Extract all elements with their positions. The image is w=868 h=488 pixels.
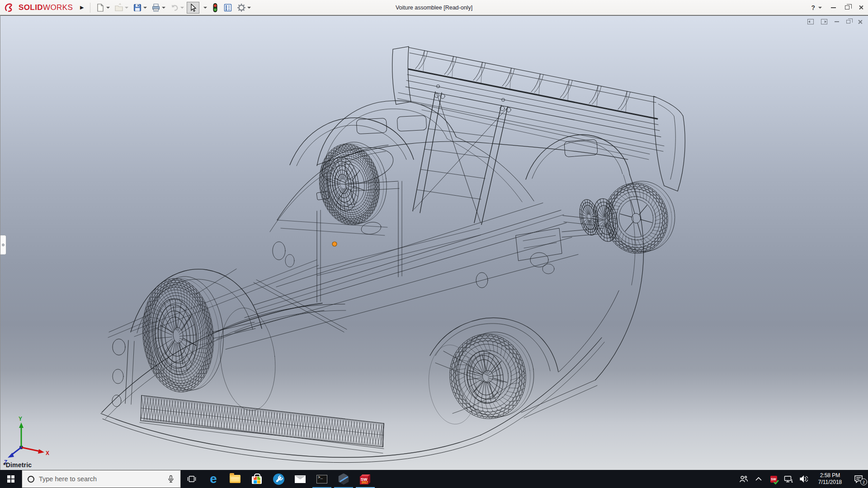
taskbar-search-input[interactable]: Type here to search bbox=[22, 470, 181, 488]
select-button[interactable] bbox=[187, 2, 199, 14]
open-icon bbox=[114, 3, 123, 12]
taskbar-app-mail[interactable] bbox=[289, 470, 311, 488]
mail-icon bbox=[295, 475, 306, 483]
graphics-area[interactable]: Y X Z *Dimetric bbox=[0, 15, 868, 470]
tray-chevron-up[interactable] bbox=[753, 470, 764, 488]
restore-button[interactable] bbox=[845, 5, 849, 9]
orientation-triad: Y X Z bbox=[4, 416, 49, 465]
notification-badge: 2 bbox=[860, 479, 867, 485]
print-icon bbox=[151, 3, 160, 12]
windows-logo-icon bbox=[7, 475, 14, 483]
pane-left-icon[interactable] bbox=[807, 19, 814, 24]
tray-date: 7/11/2018 bbox=[812, 479, 848, 486]
system-tray: SW 2:58 PM 7/11/2018 2 bbox=[738, 470, 868, 488]
new-caret[interactable] bbox=[106, 7, 110, 9]
search-placeholder: Type here to search bbox=[39, 475, 167, 483]
task-pane-flyout-tab[interactable] bbox=[0, 235, 6, 255]
people-button[interactable] bbox=[738, 470, 750, 488]
taskbar-app-get-help[interactable] bbox=[268, 470, 289, 488]
pane-right-icon[interactable] bbox=[821, 19, 827, 24]
minimize-button[interactable] bbox=[831, 7, 836, 8]
document-window-controls bbox=[807, 19, 863, 24]
wireframe-car-model bbox=[101, 47, 685, 463]
options-gear-icon bbox=[237, 3, 246, 12]
undo-icon bbox=[170, 3, 179, 12]
solidworks-tray-icon[interactable]: SW bbox=[768, 470, 779, 488]
select-caret-button[interactable] bbox=[200, 2, 209, 14]
flyout-tab-dot bbox=[2, 244, 5, 246]
doc-minimize-button[interactable] bbox=[835, 21, 839, 22]
taskbar-app-solidworks[interactable]: SW 2017 bbox=[354, 470, 376, 488]
assembly-origin-marker[interactable] bbox=[332, 242, 337, 246]
triad-y-label: Y bbox=[19, 416, 22, 422]
save-caret[interactable] bbox=[143, 7, 147, 9]
logo-text-light: WORKS bbox=[43, 3, 73, 12]
display-settings-icon bbox=[223, 3, 232, 12]
help-caret bbox=[818, 7, 822, 9]
doc-close-button[interactable] bbox=[858, 19, 863, 24]
print-caret[interactable] bbox=[162, 7, 165, 9]
triad-x-label: X bbox=[46, 450, 49, 456]
rebuild-traffic-light-icon bbox=[212, 3, 219, 13]
options-button[interactable] bbox=[235, 2, 253, 14]
volume-icon[interactable] bbox=[797, 470, 809, 488]
tray-time: 2:58 PM bbox=[812, 472, 848, 479]
print-button[interactable] bbox=[150, 2, 167, 14]
microsoft-store-icon bbox=[252, 476, 262, 484]
standard-toolbar bbox=[94, 2, 253, 14]
task-view-button[interactable] bbox=[181, 470, 203, 488]
cortana-icon bbox=[28, 476, 34, 483]
options-caret[interactable] bbox=[247, 7, 251, 9]
doc-restore-button[interactable] bbox=[846, 20, 850, 23]
new-document-button[interactable] bbox=[94, 2, 112, 14]
start-button[interactable] bbox=[0, 470, 22, 488]
help-button[interactable]: ? bbox=[811, 4, 822, 11]
select-cursor-icon bbox=[189, 3, 198, 12]
window-controls: ? bbox=[811, 0, 863, 15]
windows-taskbar: Type here to search e >_ SW 2017 bbox=[0, 470, 868, 488]
command-prompt-icon: >_ bbox=[316, 475, 327, 483]
taskbar-app-composer[interactable] bbox=[333, 470, 354, 488]
solidworks-2017-icon: SW 2017 bbox=[359, 473, 371, 485]
toolbar-separator bbox=[90, 3, 90, 13]
undo-caret[interactable] bbox=[180, 7, 184, 9]
titlebar: SOLIDWORKS ▶ bbox=[0, 0, 868, 15]
rebuild-button[interactable] bbox=[210, 2, 221, 14]
open-caret[interactable] bbox=[125, 7, 128, 9]
logo-text-bold: SOLID bbox=[19, 3, 43, 12]
select-caret bbox=[203, 7, 207, 9]
open-button[interactable] bbox=[113, 2, 130, 14]
edge-icon: e bbox=[210, 473, 217, 485]
document-title: Voiture assomblee [Read-only] bbox=[396, 0, 472, 15]
display-settings-button[interactable] bbox=[222, 2, 234, 14]
new-document-icon bbox=[96, 3, 105, 12]
taskbar-app-store[interactable] bbox=[246, 470, 268, 488]
undo-button[interactable] bbox=[168, 2, 186, 14]
solidworks-logo-mark bbox=[5, 2, 16, 13]
network-icon[interactable] bbox=[783, 470, 794, 488]
view-orientation-label: *Dimetric bbox=[3, 461, 32, 469]
taskbar-app-edge[interactable]: e bbox=[203, 470, 224, 488]
hexagon-app-icon bbox=[338, 474, 349, 485]
solidworks-logo: SOLIDWORKS bbox=[0, 0, 77, 15]
close-button[interactable] bbox=[859, 5, 863, 10]
save-button[interactable] bbox=[131, 2, 149, 14]
wireframe-scene: Y X Z bbox=[0, 16, 868, 471]
file-explorer-icon bbox=[230, 475, 241, 483]
toolbar-flyout-arrow[interactable]: ▶ bbox=[77, 2, 86, 13]
taskbar-app-file-explorer[interactable] bbox=[224, 470, 246, 488]
wrench-tool-icon bbox=[273, 474, 284, 485]
save-icon bbox=[133, 3, 142, 12]
taskbar-app-command-prompt[interactable]: >_ bbox=[311, 470, 333, 488]
microphone-icon[interactable] bbox=[167, 475, 175, 483]
action-center-button[interactable]: 2 bbox=[851, 470, 866, 488]
taskbar-clock[interactable]: 2:58 PM 7/11/2018 bbox=[812, 472, 848, 486]
